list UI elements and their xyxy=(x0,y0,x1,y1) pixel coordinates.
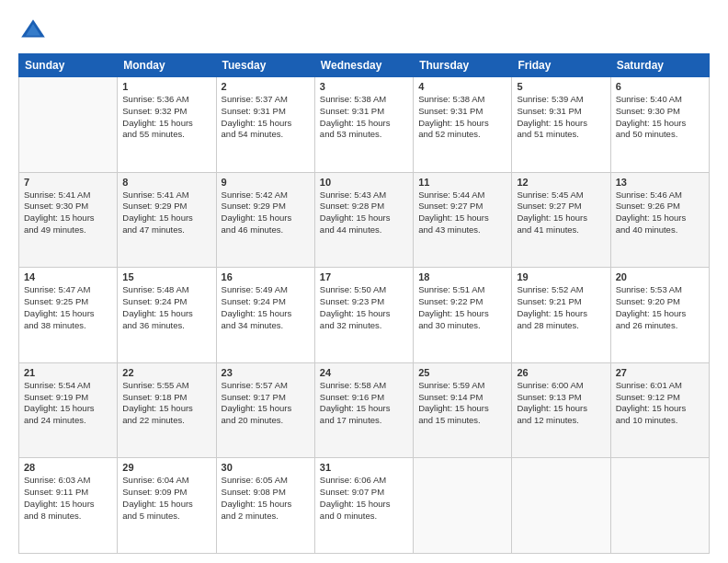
day-number: 17 xyxy=(320,271,408,282)
calendar-cell: 22Sunrise: 5:55 AM Sunset: 9:18 PM Dayli… xyxy=(118,362,216,458)
day-number: 27 xyxy=(616,367,704,378)
day-info: Sunrise: 5:57 AM Sunset: 9:17 PM Dayligh… xyxy=(222,380,310,427)
day-number: 15 xyxy=(122,271,210,282)
day-info: Sunrise: 5:38 AM Sunset: 9:31 PM Dayligh… xyxy=(418,94,506,141)
calendar-cell: 16Sunrise: 5:49 AM Sunset: 9:24 PM Dayli… xyxy=(216,268,314,363)
calendar-week-5: 28Sunrise: 6:03 AM Sunset: 9:11 PM Dayli… xyxy=(19,458,710,554)
calendar-cell: 31Sunrise: 6:06 AM Sunset: 9:07 PM Dayli… xyxy=(314,458,413,554)
calendar-cell: 13Sunrise: 5:46 AM Sunset: 9:26 PM Dayli… xyxy=(610,172,709,268)
weekday-wednesday: Wednesday xyxy=(314,54,413,77)
day-number: 26 xyxy=(517,367,605,378)
calendar-table: SundayMondayTuesdayWednesdayThursdayFrid… xyxy=(18,53,710,554)
day-info: Sunrise: 5:45 AM Sunset: 9:27 PM Dayligh… xyxy=(517,190,605,236)
page: SundayMondayTuesdayWednesdayThursdayFrid… xyxy=(0,0,728,563)
day-number: 13 xyxy=(616,177,704,188)
day-info: Sunrise: 5:49 AM Sunset: 9:24 PM Dayligh… xyxy=(222,284,310,331)
day-info: Sunrise: 6:03 AM Sunset: 9:11 PM Dayligh… xyxy=(24,475,112,522)
day-info: Sunrise: 5:47 AM Sunset: 9:25 PM Dayligh… xyxy=(24,284,112,331)
weekday-tuesday: Tuesday xyxy=(216,54,314,77)
day-info: Sunrise: 5:53 AM Sunset: 9:20 PM Dayligh… xyxy=(616,284,704,331)
calendar-cell: 4Sunrise: 5:38 AM Sunset: 9:31 PM Daylig… xyxy=(414,77,512,173)
calendar-cell: 15Sunrise: 5:48 AM Sunset: 9:24 PM Dayli… xyxy=(118,268,216,363)
day-info: Sunrise: 5:55 AM Sunset: 9:18 PM Dayligh… xyxy=(122,380,210,427)
day-number: 8 xyxy=(122,177,210,188)
day-number: 24 xyxy=(320,367,408,378)
day-info: Sunrise: 6:05 AM Sunset: 9:08 PM Dayligh… xyxy=(222,475,310,522)
day-number: 14 xyxy=(24,271,112,282)
day-number: 30 xyxy=(222,462,310,473)
calendar-body: 1Sunrise: 5:36 AM Sunset: 9:32 PM Daylig… xyxy=(19,77,710,554)
day-number: 11 xyxy=(418,177,506,188)
day-info: Sunrise: 6:00 AM Sunset: 9:13 PM Dayligh… xyxy=(517,380,605,427)
calendar-cell: 26Sunrise: 6:00 AM Sunset: 9:13 PM Dayli… xyxy=(512,362,610,458)
calendar-cell: 27Sunrise: 6:01 AM Sunset: 9:12 PM Dayli… xyxy=(610,362,709,458)
day-info: Sunrise: 5:37 AM Sunset: 9:31 PM Dayligh… xyxy=(222,94,310,141)
day-info: Sunrise: 6:04 AM Sunset: 9:09 PM Dayligh… xyxy=(122,475,210,522)
day-number: 25 xyxy=(418,367,506,378)
calendar-week-3: 14Sunrise: 5:47 AM Sunset: 9:25 PM Dayli… xyxy=(19,268,710,363)
weekday-header-row: SundayMondayTuesdayWednesdayThursdayFrid… xyxy=(19,54,710,77)
day-number: 3 xyxy=(320,81,408,92)
weekday-sunday: Sunday xyxy=(19,54,118,77)
day-number: 20 xyxy=(616,271,704,282)
day-info: Sunrise: 5:48 AM Sunset: 9:24 PM Dayligh… xyxy=(122,284,210,331)
calendar-cell: 24Sunrise: 5:58 AM Sunset: 9:16 PM Dayli… xyxy=(314,362,413,458)
calendar-cell: 21Sunrise: 5:54 AM Sunset: 9:19 PM Dayli… xyxy=(19,362,118,458)
calendar-cell: 3Sunrise: 5:38 AM Sunset: 9:31 PM Daylig… xyxy=(314,77,413,173)
calendar-week-2: 7Sunrise: 5:41 AM Sunset: 9:30 PM Daylig… xyxy=(19,172,710,268)
day-number: 22 xyxy=(122,367,210,378)
day-info: Sunrise: 5:38 AM Sunset: 9:31 PM Dayligh… xyxy=(320,94,408,141)
logo-icon xyxy=(18,17,48,46)
day-info: Sunrise: 6:01 AM Sunset: 9:12 PM Dayligh… xyxy=(616,380,704,427)
logo xyxy=(18,17,51,46)
day-info: Sunrise: 6:06 AM Sunset: 9:07 PM Dayligh… xyxy=(320,475,408,522)
calendar-cell xyxy=(512,458,610,554)
calendar-cell: 12Sunrise: 5:45 AM Sunset: 9:27 PM Dayli… xyxy=(512,172,610,268)
calendar-week-1: 1Sunrise: 5:36 AM Sunset: 9:32 PM Daylig… xyxy=(19,77,710,173)
day-info: Sunrise: 5:50 AM Sunset: 9:23 PM Dayligh… xyxy=(320,284,408,331)
calendar-cell: 2Sunrise: 5:37 AM Sunset: 9:31 PM Daylig… xyxy=(216,77,314,173)
calendar-cell: 23Sunrise: 5:57 AM Sunset: 9:17 PM Dayli… xyxy=(216,362,314,458)
calendar-cell: 28Sunrise: 6:03 AM Sunset: 9:11 PM Dayli… xyxy=(19,458,118,554)
day-info: Sunrise: 5:41 AM Sunset: 9:30 PM Dayligh… xyxy=(24,190,112,236)
day-number: 1 xyxy=(122,81,210,92)
calendar-cell: 19Sunrise: 5:52 AM Sunset: 9:21 PM Dayli… xyxy=(512,268,610,363)
calendar-cell: 20Sunrise: 5:53 AM Sunset: 9:20 PM Dayli… xyxy=(610,268,709,363)
calendar-cell: 7Sunrise: 5:41 AM Sunset: 9:30 PM Daylig… xyxy=(19,172,118,268)
day-info: Sunrise: 5:51 AM Sunset: 9:22 PM Dayligh… xyxy=(418,284,506,331)
calendar-cell: 1Sunrise: 5:36 AM Sunset: 9:32 PM Daylig… xyxy=(118,77,216,173)
day-info: Sunrise: 5:40 AM Sunset: 9:30 PM Dayligh… xyxy=(616,94,704,141)
calendar-cell: 6Sunrise: 5:40 AM Sunset: 9:30 PM Daylig… xyxy=(610,77,709,173)
day-info: Sunrise: 5:41 AM Sunset: 9:29 PM Dayligh… xyxy=(122,190,210,236)
calendar-cell: 10Sunrise: 5:43 AM Sunset: 9:28 PM Dayli… xyxy=(314,172,413,268)
calendar-cell: 25Sunrise: 5:59 AM Sunset: 9:14 PM Dayli… xyxy=(414,362,512,458)
day-info: Sunrise: 5:43 AM Sunset: 9:28 PM Dayligh… xyxy=(320,190,408,236)
calendar-cell: 9Sunrise: 5:42 AM Sunset: 9:29 PM Daylig… xyxy=(216,172,314,268)
calendar-cell xyxy=(414,458,512,554)
day-number: 12 xyxy=(517,177,605,188)
calendar-week-4: 21Sunrise: 5:54 AM Sunset: 9:19 PM Dayli… xyxy=(19,362,710,458)
day-number: 28 xyxy=(24,462,112,473)
day-number: 4 xyxy=(418,81,506,92)
day-info: Sunrise: 5:39 AM Sunset: 9:31 PM Dayligh… xyxy=(517,94,605,141)
day-number: 7 xyxy=(24,177,112,188)
calendar-cell xyxy=(19,77,118,173)
day-number: 23 xyxy=(222,367,310,378)
day-number: 19 xyxy=(517,271,605,282)
day-info: Sunrise: 5:36 AM Sunset: 9:32 PM Dayligh… xyxy=(122,94,210,141)
day-number: 10 xyxy=(320,177,408,188)
day-number: 6 xyxy=(616,81,704,92)
weekday-friday: Friday xyxy=(512,54,610,77)
day-number: 2 xyxy=(222,81,310,92)
calendar-cell: 14Sunrise: 5:47 AM Sunset: 9:25 PM Dayli… xyxy=(19,268,118,363)
header xyxy=(18,17,710,46)
day-info: Sunrise: 5:54 AM Sunset: 9:19 PM Dayligh… xyxy=(24,380,112,427)
weekday-monday: Monday xyxy=(118,54,216,77)
day-number: 18 xyxy=(418,271,506,282)
day-number: 9 xyxy=(222,177,310,188)
day-info: Sunrise: 5:44 AM Sunset: 9:27 PM Dayligh… xyxy=(418,190,506,236)
day-info: Sunrise: 5:46 AM Sunset: 9:26 PM Dayligh… xyxy=(616,190,704,236)
calendar-cell: 30Sunrise: 6:05 AM Sunset: 9:08 PM Dayli… xyxy=(216,458,314,554)
day-info: Sunrise: 5:59 AM Sunset: 9:14 PM Dayligh… xyxy=(418,380,506,427)
day-number: 16 xyxy=(222,271,310,282)
